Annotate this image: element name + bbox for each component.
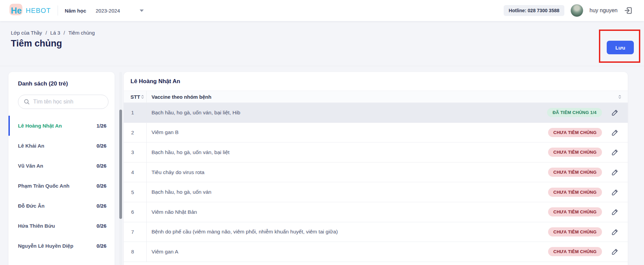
vaccine-name: Bạch hầu, ho gà, uốn ván, bại liệt — [147, 149, 548, 155]
breadcrumb-separator: / — [64, 30, 65, 36]
row-stt: 6 — [124, 202, 147, 222]
vaccine-name: Bệnh do phế cầu (viêm màng não, viêm phổ… — [147, 229, 548, 235]
logo-he-mark: He — [11, 6, 22, 16]
table-row: 1Bạch hầu, ho gà, uốn ván, bại liệt, Hib… — [124, 103, 628, 123]
sort-icon[interactable] — [611, 95, 628, 99]
student-list-heading: Danh sách (20 trẻ) — [18, 80, 115, 87]
student-list-item[interactable]: Vũ Văn An0/26 — [8, 156, 115, 176]
table-row: 6Viêm não Nhật BảnCHƯA TIÊM CHỦNG — [124, 202, 628, 222]
vaccine-name: Tiêu chảy do virus rota — [147, 169, 548, 175]
status-badge: CHƯA TIÊM CHỦNG — [548, 148, 602, 157]
edit-pencil-icon[interactable] — [602, 228, 628, 235]
student-list-item[interactable]: Phạm Trần Quốc Anh0/26 — [8, 176, 115, 196]
vaccine-name: Viêm gan B — [147, 129, 548, 135]
row-stt: 8 — [124, 242, 147, 262]
breadcrumb: Lớp của Thầy / Lá 3 / Tiêm chủng — [11, 30, 644, 36]
vaccine-name: Viêm não Nhật Bản — [147, 209, 548, 215]
table-header: STT Vaccine theo nhóm bệnh — [124, 91, 628, 103]
student-vaccine-count: 0/26 — [97, 223, 106, 229]
vaccine-name: Viêm gan A — [147, 249, 548, 255]
student-name: Nguyễn Lê Huyền Diệp — [18, 243, 73, 249]
edit-pencil-icon[interactable] — [602, 208, 628, 215]
user-avatar[interactable] — [570, 4, 583, 17]
topbar-divider — [58, 5, 58, 16]
student-vaccine-count: 0/26 — [97, 143, 106, 149]
student-vaccine-count: 1/26 — [97, 123, 106, 129]
row-stt: 5 — [124, 182, 147, 202]
table-row: 2Viêm gan BCHƯA TIÊM CHỦNG — [124, 123, 628, 143]
student-name: Lê Khải An — [18, 143, 44, 149]
table-row: 4Tiêu chảy do virus rotaCHƯA TIÊM CHỦNG — [124, 163, 628, 183]
row-stt: 4 — [124, 163, 147, 182]
search-icon — [23, 98, 30, 107]
status-badge: CHƯA TIÊM CHỦNG — [548, 207, 602, 216]
edit-pencil-icon[interactable] — [602, 149, 628, 156]
student-vaccine-count: 0/26 — [97, 203, 106, 209]
edit-pencil-icon[interactable] — [602, 109, 628, 116]
student-vaccine-count: 0/26 — [97, 163, 106, 169]
page-header: Lớp của Thầy / Lá 3 / Tiêm chủng Tiêm ch… — [0, 21, 644, 66]
school-year-label: Năm học — [65, 8, 86, 14]
app-logo[interactable]: He HEBOT — [11, 6, 51, 16]
student-name: Đỗ Đức Ân — [18, 203, 44, 209]
sidebar-scrollbar-track[interactable] — [119, 72, 122, 265]
table-row: 3Bạch hầu, ho gà, uốn ván, bại liệtCHƯA … — [124, 143, 628, 163]
breadcrumb-item-classes[interactable]: Lớp của Thầy — [11, 30, 42, 36]
save-button[interactable]: Lưu — [607, 41, 634, 54]
column-header-stt[interactable]: STT — [124, 91, 147, 102]
student-sidebar: Danh sách (20 trẻ) Lê Hoàng Nhật An1/26L… — [8, 72, 115, 265]
status-badge: CHƯA TIÊM CHỦNG — [548, 247, 602, 256]
school-year-select[interactable]: 2023-2024 — [96, 8, 120, 14]
top-bar: He HEBOT Năm học 2023-2024 Hotline: 028 … — [0, 0, 644, 21]
student-vaccine-count: 0/26 — [97, 243, 106, 249]
sidebar-scrollbar-thumb[interactable] — [119, 110, 122, 219]
row-stt: 7 — [124, 222, 147, 242]
status-badge: CHƯA TIÊM CHỦNG — [548, 128, 602, 137]
chevron-down-icon[interactable] — [140, 10, 144, 12]
student-list: Lê Hoàng Nhật An1/26Lê Khải An0/26Vũ Văn… — [8, 116, 115, 256]
student-name: Phạm Trần Quốc Anh — [18, 183, 69, 189]
table-row: 5Bạch hầu, ho gà, uốn vánCHƯA TIÊM CHỦNG — [124, 182, 628, 202]
edit-pencil-icon[interactable] — [602, 129, 628, 136]
vaccine-name: Bạch hầu, ho gà, uốn ván — [147, 189, 548, 195]
selected-student-title: Lê Hoàng Nhật An — [130, 78, 628, 85]
vaccine-name: Bạch hầu, ho gà, uốn ván, bại liệt, Hib — [147, 110, 547, 116]
table-row: 7Bệnh do phế cầu (viêm màng não, viêm ph… — [124, 222, 628, 242]
row-stt: 2 — [124, 123, 147, 143]
logout-icon[interactable] — [624, 6, 633, 15]
user-name[interactable]: huy nguyen — [589, 7, 618, 14]
edit-pencil-icon[interactable] — [602, 248, 628, 255]
student-list-item[interactable]: Nguyễn Lê Huyền Diệp0/26 — [8, 236, 115, 256]
student-name: Vũ Văn An — [18, 163, 43, 169]
sort-icon — [141, 95, 144, 99]
vaccination-panel: Lê Hoàng Nhật An STT Vaccine theo nhóm b… — [124, 72, 628, 265]
student-name: Hứa Thiên Bửu — [18, 223, 55, 229]
status-badge: CHƯA TIÊM CHỦNG — [548, 168, 602, 177]
page-title: Tiêm chủng — [11, 38, 644, 49]
student-list-item[interactable]: Hứa Thiên Bửu0/26 — [8, 216, 115, 236]
table-row: 8Viêm gan ACHƯA TIÊM CHỦNG — [124, 242, 628, 262]
column-header-vaccine: Vaccine theo nhóm bệnh — [147, 94, 611, 100]
student-list-item[interactable]: Lê Hoàng Nhật An1/26 — [8, 116, 115, 136]
search-input[interactable] — [18, 95, 108, 109]
breadcrumb-separator: / — [45, 30, 47, 36]
edit-pencil-icon[interactable] — [602, 189, 628, 196]
breadcrumb-item-current: Tiêm chủng — [68, 30, 95, 36]
hotline-badge: Hotline: 028 7300 3588 — [504, 5, 564, 16]
student-vaccine-count: 0/26 — [97, 183, 106, 189]
student-name: Lê Hoàng Nhật An — [18, 123, 62, 129]
status-badge: CHƯA TIÊM CHỦNG — [548, 227, 602, 236]
row-stt: 3 — [124, 143, 147, 162]
student-list-item[interactable]: Lê Khải An0/26 — [8, 136, 115, 156]
logo-wordmark: HEBOT — [26, 7, 51, 15]
student-list-item[interactable]: Đỗ Đức Ân0/26 — [8, 196, 115, 216]
breadcrumb-item-class[interactable]: Lá 3 — [50, 30, 60, 36]
status-badge: CHƯA TIÊM CHỦNG — [548, 188, 602, 197]
status-badge: ĐÃ TIÊM CHỦNG 1/4 — [547, 108, 602, 117]
vaccine-table-body: 1Bạch hầu, ho gà, uốn ván, bại liệt, Hib… — [124, 103, 628, 262]
edit-pencil-icon[interactable] — [602, 169, 628, 176]
row-stt: 1 — [124, 103, 147, 122]
stt-header-label: STT — [130, 94, 140, 100]
